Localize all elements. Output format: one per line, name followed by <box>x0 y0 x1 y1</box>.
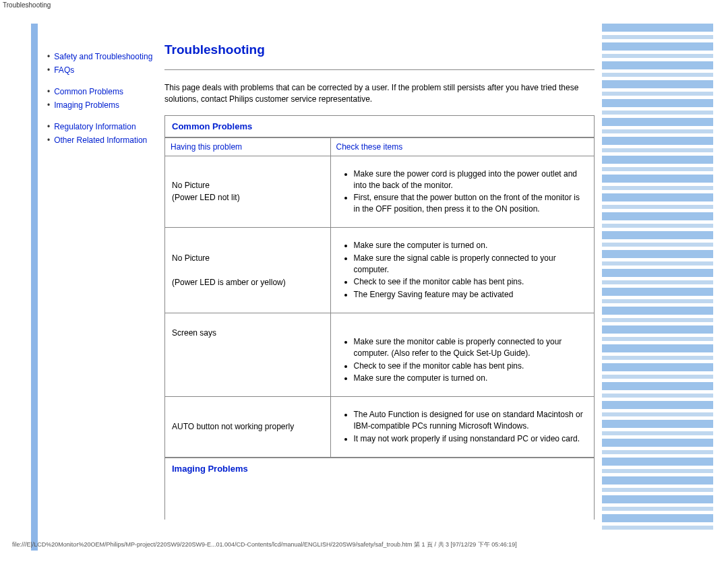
bullet-icon: • <box>47 64 50 76</box>
problem-cell: AUTO button not working properly <box>165 397 330 457</box>
bullet-icon: • <box>47 121 50 133</box>
sidebar-link[interactable]: FAQs <box>54 64 74 76</box>
problem-line1: No Picture <box>172 253 210 263</box>
problem-cell: No Picture (Power LED is amber or yellow… <box>165 227 330 313</box>
solution-cell: Make sure the power cord is plugged into… <box>330 156 594 227</box>
solution-cell: Make sure the monitor cable is properly … <box>330 313 594 396</box>
troubleshooting-table: Having this problem Check these items No… <box>165 137 594 458</box>
check-list: Make sure the computer is turned on. Mak… <box>331 240 588 301</box>
check-list: The Auto Function is designed for use on… <box>331 409 588 444</box>
sidebar-item-safety[interactable]: • Safety and Troubleshooting <box>47 51 158 63</box>
bullet-icon: • <box>47 51 50 63</box>
common-problems-section: Common Problems Having this problem Chec… <box>164 115 595 479</box>
sidebar-item-other-related[interactable]: • Other Related Information <box>47 134 158 146</box>
check-item: It may not work properly if using nonsta… <box>354 433 588 445</box>
table-row: No Picture (Power LED not lit) Make sure… <box>165 156 594 227</box>
check-item: Check to see if the monitor cable has be… <box>354 361 588 372</box>
page-title: Troubleshooting <box>164 42 595 57</box>
sidebar-link[interactable]: Other Related Information <box>54 134 147 146</box>
solution-cell: Make sure the computer is turned on. Mak… <box>330 227 594 313</box>
sidebar-link[interactable]: Regulatory Information <box>54 121 135 133</box>
sidebar-link[interactable]: Common Problems <box>54 86 123 98</box>
check-item: Make sure the power cord is plugged into… <box>354 168 588 191</box>
check-item: Make sure the signal cable is properly c… <box>354 253 588 276</box>
intro-text: This page deals with problems that can b… <box>164 82 595 106</box>
table-row: No Picture (Power LED is amber or yellow… <box>165 227 594 313</box>
problem-cell: No Picture (Power LED not lit) <box>165 156 330 227</box>
section-open-bottom <box>164 479 595 520</box>
bullet-icon: • <box>47 86 50 98</box>
check-list: Make sure the monitor cable is properly … <box>331 336 588 384</box>
sidebar-item-imaging-problems[interactable]: • Imaging Problems <box>47 99 158 111</box>
col-check-items: Check these items <box>330 137 594 156</box>
sidebar: • Safety and Troubleshooting • FAQs • Co… <box>47 51 158 156</box>
sidebar-link[interactable]: Safety and Troubleshooting <box>54 51 152 63</box>
check-item: The Auto Function is designed for use on… <box>354 409 588 432</box>
problem-line2: (Power LED not lit) <box>172 193 240 202</box>
check-item: The Energy Saving feature may be activat… <box>354 289 588 301</box>
sidebar-group: • Safety and Troubleshooting • FAQs <box>47 51 158 76</box>
problem-line2: (Power LED is amber or yellow) <box>172 278 286 287</box>
table-header-row: Having this problem Check these items <box>165 137 594 156</box>
col-having-problem: Having this problem <box>165 137 330 156</box>
check-item: Check to see if the monitor cable has be… <box>354 276 588 288</box>
problem-cell: Screen says <box>165 313 330 396</box>
sidebar-group: • Common Problems • Imaging Problems <box>47 86 158 111</box>
check-item: First, ensure that the power button on t… <box>354 192 588 215</box>
left-decorative-stripe <box>31 24 38 551</box>
sidebar-item-faqs[interactable]: • FAQs <box>47 64 158 76</box>
main-content: Troubleshooting This page deals with pro… <box>164 42 595 520</box>
check-list: Make sure the power cord is plugged into… <box>331 168 588 215</box>
problem-line1: AUTO button not working properly <box>172 422 294 431</box>
problem-line1: Screen says <box>172 328 216 338</box>
table-row: Screen says Make sure the monitor cable … <box>165 313 594 396</box>
window-title: Troubleshooting <box>0 0 728 10</box>
problem-line1: No Picture <box>172 181 210 190</box>
sidebar-group: • Regulatory Information • Other Related… <box>47 121 158 146</box>
bullet-icon: • <box>47 134 50 146</box>
sidebar-item-common-problems[interactable]: • Common Problems <box>47 86 158 98</box>
right-decorative-stripes <box>602 24 713 551</box>
divider <box>164 69 595 70</box>
page: • Safety and Troubleshooting • FAQs • Co… <box>0 10 728 551</box>
sidebar-item-regulatory[interactable]: • Regulatory Information <box>47 121 158 133</box>
check-item: Make sure the computer is turned on. <box>354 373 588 384</box>
sidebar-link[interactable]: Imaging Problems <box>54 99 119 111</box>
section-title-common-problems: Common Problems <box>165 116 594 137</box>
table-row: AUTO button not working properly The Aut… <box>165 397 594 457</box>
section-title-imaging-problems: Imaging Problems <box>165 458 594 479</box>
solution-cell: The Auto Function is designed for use on… <box>330 397 594 457</box>
check-item: Make sure the monitor cable is properly … <box>354 336 588 359</box>
bullet-icon: • <box>47 99 50 111</box>
footer-file-path: file:///E|/LCD%20Monitor%20OEM/Philips/M… <box>12 540 720 549</box>
check-item: Make sure the computer is turned on. <box>354 240 588 251</box>
